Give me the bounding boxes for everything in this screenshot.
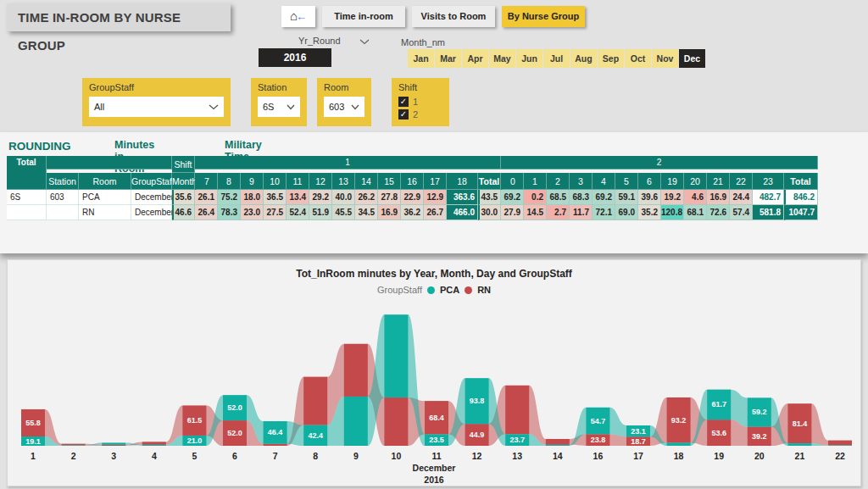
shift-checkbox-1[interactable]: ✓ [398, 97, 409, 107]
pivot-cell-value: 69.2 [501, 190, 524, 205]
groupstaff-dropdown[interactable]: All [89, 97, 224, 117]
pivot-header-hour: 9 [241, 173, 264, 190]
ribbon-column-rn[interactable] [344, 344, 368, 397]
month-button-dec[interactable]: Dec [679, 49, 705, 68]
pivot-cell-room [47, 205, 79, 220]
x-axis-day-label: 19 [714, 451, 724, 461]
ribbon-column-pca[interactable] [142, 445, 166, 446]
pivot-cell-value: 68.5 [547, 190, 570, 205]
x-axis-day-label: 20 [754, 451, 765, 461]
nav-tab-visits-to-room[interactable]: Visits to Room [412, 6, 495, 27]
ribbon-data-label: 21.0 [187, 436, 203, 445]
pivot-table: Shift12TotalStationRoomGroupStaffMonth78… [7, 156, 818, 220]
ribbon-column-pca[interactable] [62, 445, 86, 446]
pivot-header-hour: 16 [401, 173, 424, 190]
ribbon-column-pca[interactable] [787, 443, 811, 446]
nav-tab-time-in-room[interactable]: Time in-room [322, 6, 405, 27]
legend-dot-rn [465, 286, 472, 294]
ribbon-data-label: 55.8 [25, 419, 41, 427]
pivot-cell-value: 23.0 [241, 205, 264, 220]
ribbon-column-pca[interactable] [384, 314, 408, 397]
pivot-header-hour: 20 [684, 173, 707, 190]
pivot-header-shift: Shift [172, 156, 195, 173]
month-button-apr[interactable]: Apr [462, 49, 488, 68]
x-axis-day-label: 1 [31, 451, 36, 461]
ribbon-column-pca[interactable] [667, 443, 691, 446]
pivot-header-groupstaff: GroupStaff [131, 173, 172, 190]
x-axis-day-label: 16 [593, 451, 604, 461]
room-dropdown[interactable]: 603 [324, 97, 364, 117]
pivot-header-hour: 18 [447, 173, 478, 190]
month-button-jun[interactable]: Jun [516, 49, 542, 68]
ribbon-column-rn[interactable] [264, 444, 287, 446]
pivot-header-hour: 0 [501, 173, 524, 190]
station-dropdown[interactable]: 6S [258, 97, 300, 117]
pivot-cell-value: 59.1 [615, 190, 638, 205]
pivot-cell-grand-total: 1047.7 [784, 205, 818, 220]
pivot-cell-groupstaff: RN [79, 205, 131, 220]
month-button-aug[interactable]: Aug [570, 49, 597, 68]
pivot-header-hour: 7 [195, 173, 218, 190]
ribbon-chart[interactable]: 19.121.052.046.442.423.593.823.754.723.1… [8, 295, 860, 483]
ribbon-column-pca[interactable] [344, 397, 368, 446]
home-button[interactable]: ⌂← [281, 6, 315, 27]
pivot-cell-value: 52.4 [287, 205, 309, 220]
ribbon-data-label: 52.0 [227, 403, 242, 412]
month-button-nov[interactable]: Nov [652, 49, 678, 68]
pivot-cell-value: 57.4 [730, 205, 753, 220]
ribbon-column-pca[interactable] [828, 445, 852, 446]
ribbon-column-rn[interactable] [62, 444, 86, 446]
year-slicer-value[interactable]: 2016 [259, 48, 331, 67]
pivot-cell-value: 68.3 [570, 190, 593, 205]
pivot-cell-value: 51.9 [309, 205, 332, 220]
month-button-may[interactable]: May [489, 49, 515, 68]
pivot-header-hour: 15 [378, 173, 401, 190]
pivot-cell-value: 26.7 [424, 205, 447, 220]
month-button-jan[interactable]: Jan [408, 49, 434, 68]
pivot-header-hour: 22 [730, 173, 753, 190]
pivot-cell-room: 603 [47, 190, 79, 205]
ribbon-column-rn[interactable] [828, 441, 852, 446]
ribbon-column-rn[interactable] [505, 386, 529, 435]
ribbon-column-rn[interactable] [546, 439, 570, 445]
pivot-cell-shift2-total: 581.8 [753, 205, 784, 220]
pivot-cell-value: 14.5 [524, 205, 547, 220]
pivot-cell-value: 45.5 [332, 205, 355, 220]
month-slicer-label: Month_nm [401, 37, 445, 47]
x-axis-day-label: 9 [353, 451, 359, 461]
ribbon-column-pca[interactable] [102, 443, 125, 445]
x-axis-day-label: 12 [472, 451, 482, 461]
pivot-cell-month: December [131, 205, 172, 220]
pivot-cell-value: 0.2 [524, 190, 547, 205]
x-axis-group-label: 2016 [424, 475, 444, 483]
ribbon-column-rn[interactable] [303, 377, 327, 425]
pivot-cell-value: 69.0 [615, 205, 638, 220]
ribbon-data-label: 39.2 [752, 432, 767, 441]
chevron-down-icon [351, 104, 359, 110]
pivot-cell-value: 12.9 [424, 190, 447, 205]
pivot-cell-value: 13.4 [287, 190, 309, 205]
month-button-sep[interactable]: Sep [598, 49, 624, 68]
ribbon-column-rn[interactable] [384, 397, 408, 446]
month-button-mar[interactable]: Mar [435, 49, 461, 68]
month-button-oct[interactable]: Oct [625, 49, 651, 68]
pivot-header-hour: 6 [638, 173, 661, 190]
shift-label: Shift [398, 82, 442, 92]
ribbon-column-rn[interactable] [142, 442, 166, 444]
chevron-down-icon[interactable] [359, 39, 370, 45]
shift-checkbox-2[interactable]: ✓ [398, 109, 409, 119]
pivot-cell-value: 40.0 [332, 190, 355, 205]
nav-tab-by-nurse-group[interactable]: By Nurse Group [502, 6, 585, 27]
ribbon-column-rn[interactable] [102, 445, 125, 446]
month-button-jul[interactable]: Jul [543, 49, 570, 68]
pivot-cell-value: 16.9 [378, 205, 401, 220]
pivot-cell-value: 27.5 [264, 205, 287, 220]
shift-option-label: 2 [413, 109, 418, 119]
chart-title: Tot_InRoom minutes by Year, Month, Day a… [8, 268, 860, 280]
pivot-header-shift2-total: Total [784, 173, 818, 190]
ribbon-column-pca[interactable] [546, 445, 570, 446]
pivot-cell-value: 24.4 [730, 190, 753, 205]
station-slicer: Station 6S [251, 78, 307, 126]
pivot-header-hour: 12 [309, 173, 332, 190]
pivot-header-hour: 21 [707, 173, 730, 190]
